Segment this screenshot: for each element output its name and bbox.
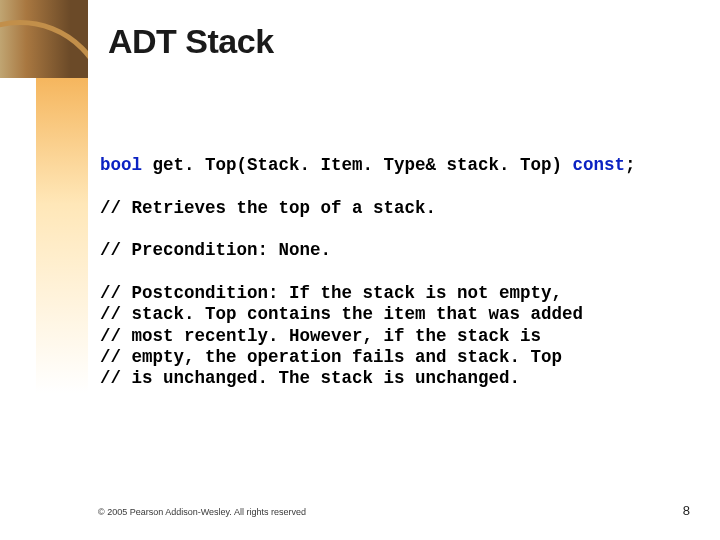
footer: © 2005 Pearson Addison-Wesley. All right… <box>98 503 690 518</box>
keyword-bool: bool <box>100 155 142 175</box>
copyright-text: © 2005 Pearson Addison-Wesley. All right… <box>98 507 306 517</box>
code-signature-mid: get. Top(Stack. Item. Type& stack. Top) <box>142 155 573 175</box>
code-comment-4: // stack. Top contains the item that was… <box>100 304 583 324</box>
code-comment-3: // Postcondition: If the stack is not em… <box>100 283 562 303</box>
page-number: 8 <box>683 503 690 518</box>
code-comment-5: // most recently. However, if the stack … <box>100 326 541 346</box>
slide-title: ADT Stack <box>108 22 274 61</box>
code-comment-2: // Precondition: None. <box>100 240 331 260</box>
code-comment-7: // is unchanged. The stack is unchanged. <box>100 368 520 388</box>
side-gradient-strip <box>36 78 88 498</box>
header-graphic <box>0 0 88 78</box>
keyword-const: const <box>573 155 626 175</box>
code-comment-6: // empty, the operation fails and stack.… <box>100 347 562 367</box>
code-signature-end: ; <box>625 155 636 175</box>
code-comment-1: // Retrieves the top of a stack. <box>100 198 436 218</box>
code-block: bool get. Top(Stack. Item. Type& stack. … <box>100 155 680 390</box>
